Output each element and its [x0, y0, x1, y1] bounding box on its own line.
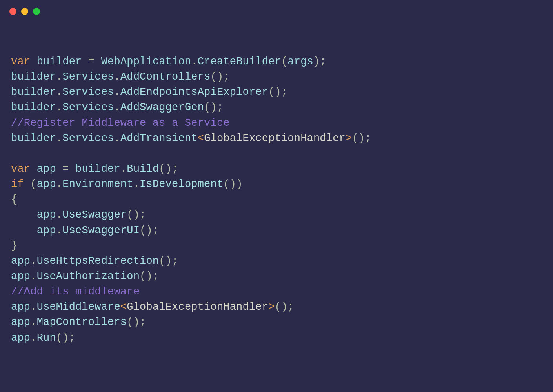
identifier-app: app	[37, 163, 56, 175]
code-line-13: }	[11, 240, 17, 252]
window-minimize-icon[interactable]	[21, 8, 28, 15]
type-globalexceptionhandler: GlobalExceptionHandler	[204, 132, 346, 144]
method-addendpointsapiexplorer: AddEndpointsApiExplorer	[120, 86, 268, 98]
method-useswaggerui: UseSwaggerUI	[62, 225, 140, 236]
code-line-8: var app = builder.Build();	[11, 163, 178, 175]
code-line-19: app.Run();	[11, 332, 75, 344]
type-globalexceptionhandler: GlobalExceptionHandler	[127, 301, 268, 313]
method-addtransient: AddTransient	[120, 132, 198, 144]
code-line-12: app.UseSwaggerUI();	[11, 225, 159, 236]
keyword-var: var	[11, 56, 30, 67]
method-build: Build	[127, 163, 159, 175]
comment-add-middleware: //Add its middleware	[11, 286, 140, 298]
code-line-15: app.UseAuthorization();	[11, 270, 159, 282]
method-createbuilder: CreateBuilder	[198, 56, 281, 67]
code-line-9: if (app.Environment.IsDevelopment())	[11, 178, 243, 190]
keyword-var: var	[11, 163, 30, 175]
identifier-args: args	[287, 56, 313, 67]
code-line-4: builder.Services.AddSwaggerGen();	[11, 102, 223, 113]
method-usemiddleware: UseMiddleware	[37, 301, 120, 313]
comment-register-middleware: //Register Middleware as a Service	[11, 117, 230, 129]
window-titlebar	[0, 0, 553, 15]
code-line-18: app.MapControllers();	[11, 316, 146, 328]
code-line-6: builder.Services.AddTransient<GlobalExce…	[11, 132, 371, 144]
method-run: Run	[37, 332, 56, 344]
code-line-5: //Register Middleware as a Service	[11, 117, 230, 129]
code-line-10: {	[11, 194, 17, 205]
method-addcontrollers: AddControllers	[120, 71, 211, 83]
code-line-11: app.UseSwagger();	[11, 209, 146, 221]
keyword-if: if	[11, 178, 24, 190]
window-close-icon[interactable]	[9, 8, 16, 15]
code-line-3: builder.Services.AddEndpointsApiExplorer…	[11, 86, 287, 98]
code-line-14: app.UseHttpsRedirection();	[11, 255, 178, 267]
code-editor: var builder = WebApplication.CreateBuild…	[0, 15, 553, 361]
method-isdevelopment: IsDevelopment	[140, 178, 223, 190]
method-useswagger: UseSwagger	[62, 209, 127, 221]
code-line-16: //Add its middleware	[11, 286, 140, 298]
method-useauthorization: UseAuthorization	[37, 270, 140, 282]
method-addswaggergen: AddSwaggerGen	[120, 102, 204, 113]
identifier-builder: builder	[37, 56, 82, 67]
type-webapplication: WebApplication	[101, 56, 191, 67]
code-line-1: var builder = WebApplication.CreateBuild…	[11, 56, 326, 67]
method-mapcontrollers: MapControllers	[37, 316, 127, 328]
method-usehttpsredirection: UseHttpsRedirection	[37, 255, 159, 267]
code-line-2: builder.Services.AddControllers();	[11, 71, 230, 83]
code-line-17: app.UseMiddleware<GlobalExceptionHandler…	[11, 301, 294, 313]
code-window: var builder = WebApplication.CreateBuild…	[0, 0, 553, 392]
window-maximize-icon[interactable]	[33, 8, 40, 15]
